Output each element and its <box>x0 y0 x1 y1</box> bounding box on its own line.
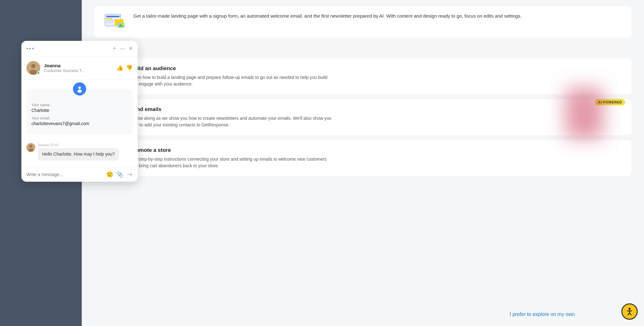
svg-point-35 <box>31 64 36 68</box>
explore-on-my-own-link[interactable]: I prefer to explore on my own <box>510 312 575 317</box>
agent-bar: Joanna Customer Success T... 👍 👎 <box>21 57 138 80</box>
accessibility-button[interactable] <box>621 303 638 320</box>
message-sender-time: Joanna 23:41 <box>38 143 119 147</box>
online-indicator <box>37 71 40 75</box>
main-content: Get a tailor-made landing page with a si… <box>82 0 644 326</box>
send-emails-title: Send emails <box>130 106 335 113</box>
chat-close-button[interactable]: ✕ <box>129 46 133 52</box>
build-audience-desc: Learn how to build a landing page and pr… <box>130 74 335 87</box>
chat-message-input[interactable] <box>26 172 103 177</box>
user-name-label: Your name: <box>31 103 128 107</box>
chat-menu-dots[interactable] <box>26 48 34 49</box>
dot-2 <box>29 48 31 49</box>
message-agent-avatar <box>26 143 35 152</box>
chat-widget: + — ✕ Joanna Customer Success T... 👍 👎 <box>21 41 138 182</box>
promote-store-desc: Get step-by-step instructions connecting… <box>130 156 335 169</box>
dot-1 <box>26 48 28 49</box>
rating-buttons: 👍 👎 <box>116 64 133 71</box>
chat-header-left <box>26 48 34 49</box>
chat-input-area: 🙂 📎 <box>21 167 138 182</box>
promote-store-content: Promote a store Get step-by-step instruc… <box>130 147 335 169</box>
tour-card-build-audience[interactable]: 👤 + + Build an audience Learn how to bui… <box>94 58 631 94</box>
section-title: a tour <box>94 44 631 52</box>
message-meta: Joanna 23:41 Hello Charlotte. How may I … <box>38 143 119 161</box>
svg-rect-1 <box>106 16 119 17</box>
thumbs-down-button[interactable]: 👎 <box>126 64 133 71</box>
decorative-blur <box>565 88 603 138</box>
chat-minimize-button[interactable]: — <box>120 46 125 52</box>
message-bubble: Hello Charlotte. How may I help you? <box>38 148 119 161</box>
top-card-text: Get a tailor-made landing page with a si… <box>133 13 522 20</box>
user-info-card: Your name: Charlotte Your email: charlot… <box>26 89 133 134</box>
svg-point-8 <box>122 24 123 25</box>
user-info-content: Your name: Charlotte Your email: charlot… <box>31 103 128 126</box>
svg-point-37 <box>78 86 81 89</box>
chat-messages: Joanna 23:41 Hello Charlotte. How may I … <box>21 139 138 167</box>
svg-rect-4 <box>106 22 114 22</box>
svg-point-40 <box>29 145 32 148</box>
top-card-icon <box>102 13 127 31</box>
message-row: Joanna 23:41 Hello Charlotte. How may I … <box>26 143 133 161</box>
promote-store-title: Promote a store <box>130 147 335 153</box>
top-card: Get a tailor-made landing page with a si… <box>94 6 631 38</box>
build-audience-content: Build an audience Learn how to build a l… <box>130 65 335 87</box>
user-avatar <box>72 81 87 97</box>
send-emails-desc: Follow along as we show you how to creat… <box>130 115 335 128</box>
emoji-icon[interactable]: 🙂 <box>106 171 113 178</box>
agent-title: Customer Success T... <box>44 68 113 73</box>
send-emails-content: Send emails Follow along as we show you … <box>130 106 335 128</box>
tour-card-promote-store[interactable]: ★ ★ ★ Promote a store Get step-by-step i… <box>94 140 631 176</box>
user-email-value: charlottevevans7@gmail.com <box>31 121 128 126</box>
agent-avatar <box>26 61 40 75</box>
send-button[interactable] <box>126 171 133 178</box>
user-email-label: Your email: <box>31 116 128 120</box>
agent-name: Joanna <box>44 63 113 68</box>
svg-rect-3 <box>106 20 116 21</box>
chat-header-actions: + — ✕ <box>113 45 133 52</box>
chat-input-icons: 🙂 📎 <box>106 171 133 178</box>
tour-card-send-emails[interactable]: AI-POWERED % Send emails Follow along as… <box>94 99 631 135</box>
dot-3 <box>32 48 34 49</box>
attachment-icon[interactable]: 📎 <box>116 171 123 178</box>
chat-add-button[interactable]: + <box>113 45 116 52</box>
agent-info: Joanna Customer Success T... <box>44 63 113 73</box>
user-name-value: Charlotte <box>31 108 128 113</box>
thumbs-up-button[interactable]: 👍 <box>116 64 123 71</box>
svg-point-38 <box>77 90 82 93</box>
build-audience-title: Build an audience <box>130 65 335 72</box>
svg-rect-2 <box>106 18 113 19</box>
chat-header: + — ✕ <box>21 41 138 57</box>
svg-point-36 <box>30 70 37 75</box>
svg-line-46 <box>630 313 631 315</box>
